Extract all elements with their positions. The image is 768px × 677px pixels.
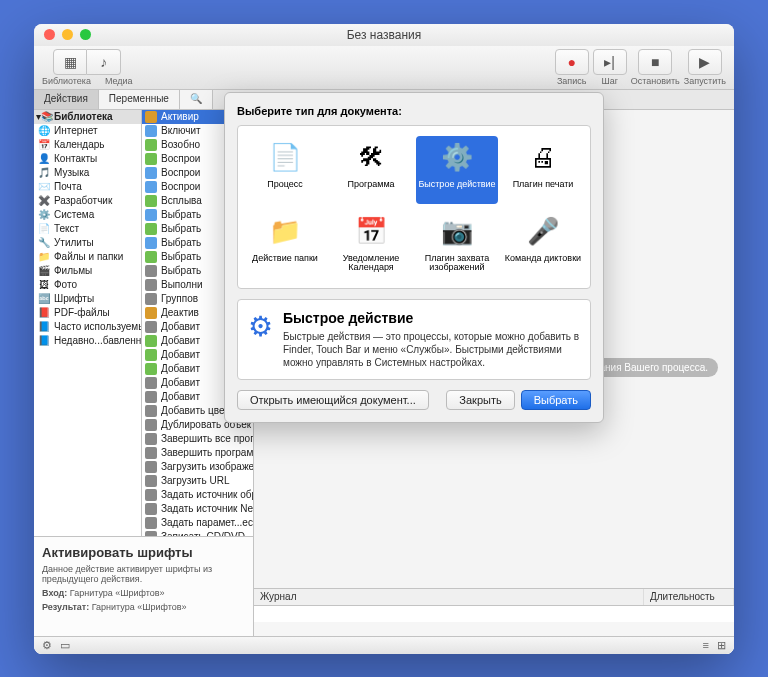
sidebar-item[interactable]: 🖼Фото xyxy=(34,278,141,292)
pane-toggle-icon[interactable]: ▭ xyxy=(60,639,70,652)
doc-type-icon: ⚙️ xyxy=(435,140,479,176)
view-list-icon[interactable]: ≡ xyxy=(703,639,709,651)
action-icon xyxy=(145,377,157,389)
action-icon xyxy=(145,391,157,403)
media-toggle[interactable]: ♪ xyxy=(87,49,121,75)
canvas-hint: ания Вашего процесса. xyxy=(589,358,718,377)
action-icon xyxy=(145,307,157,319)
folder-icon: 📘 xyxy=(38,335,50,347)
action-icon xyxy=(145,321,157,333)
run-button[interactable]: ▶ xyxy=(688,49,722,75)
category-icon: ✖️ xyxy=(38,195,50,207)
action-row[interactable]: Задать источник образа xyxy=(142,488,253,502)
action-info-panel: Активировать шрифты Данное действие акти… xyxy=(34,536,254,636)
open-existing-button[interactable]: Открыть имеющийся документ... xyxy=(237,390,429,410)
doc-type-icon: 🖨 xyxy=(521,140,565,176)
log-header: Журнал Длительность xyxy=(254,588,734,606)
doc-type-icon: 🛠 xyxy=(349,140,393,176)
titlebar: Без названия xyxy=(34,24,734,46)
doc-type-icon: 📁 xyxy=(263,214,307,250)
doc-type-card[interactable]: 🎤Команда диктовки xyxy=(502,210,584,278)
sidebar-item[interactable]: 🔤Шрифты xyxy=(34,292,141,306)
folder-icon: 📘 xyxy=(38,321,50,333)
sidebar-item[interactable]: 📅Календарь xyxy=(34,138,141,152)
doc-type-card[interactable]: 📄Процесс xyxy=(244,136,326,204)
library-root[interactable]: ▾📚Библиотека xyxy=(34,110,141,124)
action-icon xyxy=(145,237,157,249)
sidebar-item[interactable]: 🌐Интернет xyxy=(34,124,141,138)
action-icon xyxy=(145,293,157,305)
library-toggle[interactable]: ▦ xyxy=(53,49,87,75)
action-icon xyxy=(145,447,157,459)
action-icon xyxy=(145,419,157,431)
action-icon xyxy=(145,181,157,193)
sidebar-item[interactable]: 🎵Музыка xyxy=(34,166,141,180)
stop-button[interactable]: ■ xyxy=(638,49,672,75)
category-icon: 📅 xyxy=(38,139,50,151)
action-icon xyxy=(145,363,157,375)
info-title: Активировать шрифты xyxy=(42,545,245,560)
choose-button[interactable]: Выбрать xyxy=(521,390,591,410)
category-icon: 📄 xyxy=(38,223,50,235)
action-icon xyxy=(145,223,157,235)
doc-type-card[interactable]: 📅Уведомление Календаря xyxy=(330,210,412,278)
action-icon xyxy=(145,265,157,277)
action-icon xyxy=(145,475,157,487)
action-icon xyxy=(145,433,157,445)
statusbar: ⚙ ▭ ≡ ⊞ xyxy=(34,636,734,654)
action-row[interactable]: Завершить программу xyxy=(142,446,253,460)
category-icon: 🌐 xyxy=(38,125,50,137)
category-icon: 🖼 xyxy=(38,279,50,291)
action-icon xyxy=(145,153,157,165)
action-row[interactable]: Завершить все программы xyxy=(142,432,253,446)
sidebar-item[interactable]: 📁Файлы и папки xyxy=(34,250,141,264)
action-row[interactable]: Загрузить URL xyxy=(142,474,253,488)
action-icon xyxy=(145,517,157,529)
gear-icon[interactable]: ⚙ xyxy=(42,639,52,652)
document-type-grid: 📄Процесс🛠Программа⚙️Быстрое действие🖨Пла… xyxy=(237,125,591,289)
gear-icon: ⚙ xyxy=(248,310,273,369)
sidebar-item[interactable]: ⚙️Система xyxy=(34,208,141,222)
record-button[interactable]: ● xyxy=(555,49,589,75)
sidebar-item[interactable]: 📄Текст xyxy=(34,222,141,236)
category-icon: 🔧 xyxy=(38,237,50,249)
tab-variables[interactable]: Переменные xyxy=(99,90,180,109)
action-row[interactable]: Загрузить изображения xyxy=(142,460,253,474)
action-icon xyxy=(145,195,157,207)
action-icon xyxy=(145,251,157,263)
sidebar-item[interactable]: 👤Контакты xyxy=(34,152,141,166)
smart-folder[interactable]: 📘Недавно...бавленные xyxy=(34,334,141,348)
window-title: Без названия xyxy=(34,28,734,42)
action-icon xyxy=(145,461,157,473)
doc-type-card[interactable]: 📷Плагин захвата изображений xyxy=(416,210,498,278)
search-field[interactable]: 🔍 xyxy=(180,90,213,109)
doc-type-card[interactable]: 📁Действие папки xyxy=(244,210,326,278)
view-grid-icon[interactable]: ⊞ xyxy=(717,639,726,652)
sidebar-item[interactable]: ✖️Разработчик xyxy=(34,194,141,208)
smart-folder[interactable]: 📘Часто используемые xyxy=(34,320,141,334)
sidebar-item[interactable]: 📕PDF-файлы xyxy=(34,306,141,320)
action-icon xyxy=(145,279,157,291)
action-row[interactable]: Задать парамет...ескольких томов xyxy=(142,516,253,530)
doc-type-card[interactable]: 🛠Программа xyxy=(330,136,412,204)
action-icon xyxy=(145,209,157,221)
action-row[interactable]: Задать источник NetRestore xyxy=(142,502,253,516)
category-icon: 🔤 xyxy=(38,293,50,305)
sidebar-item[interactable]: ✉️Почта xyxy=(34,180,141,194)
action-icon xyxy=(145,111,157,123)
sidebar-item[interactable]: 🔧Утилиты xyxy=(34,236,141,250)
action-icon xyxy=(145,503,157,515)
action-icon xyxy=(145,489,157,501)
doc-type-icon: 📅 xyxy=(349,214,393,250)
doc-type-card[interactable]: 🖨Плагин печати xyxy=(502,136,584,204)
sidebar-item[interactable]: 🎬Фильмы xyxy=(34,264,141,278)
category-icon: ✉️ xyxy=(38,181,50,193)
action-icon xyxy=(145,335,157,347)
category-icon: 🎵 xyxy=(38,167,50,179)
category-icon: ⚙️ xyxy=(38,209,50,221)
step-button[interactable]: ▸| xyxy=(593,49,627,75)
close-button[interactable]: Закрыть xyxy=(446,390,514,410)
category-icon: 📁 xyxy=(38,251,50,263)
tab-actions[interactable]: Действия xyxy=(34,90,99,109)
doc-type-card[interactable]: ⚙️Быстрое действие xyxy=(416,136,498,204)
